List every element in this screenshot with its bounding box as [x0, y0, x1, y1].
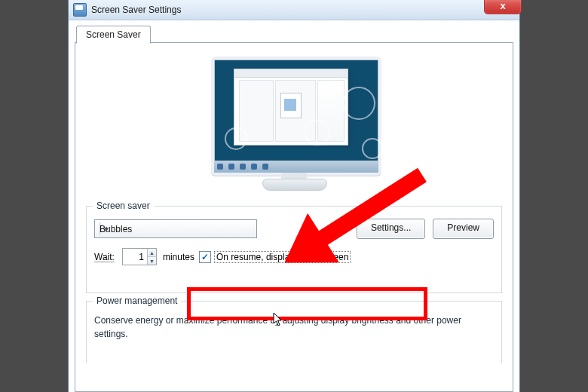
spin-down-icon[interactable]: ▼ — [148, 257, 156, 265]
screensaver-combo-value: Bubbles — [100, 224, 132, 234]
spin-up-icon[interactable]: ▲ — [148, 249, 156, 257]
power-description: Conserve energy or maximize performance … — [94, 314, 494, 341]
close-icon: x — [500, 0, 505, 11]
resume-label: On resume, display logon screen — [214, 251, 351, 263]
wait-unit: minutes — [163, 252, 194, 262]
title-bar: Screen Saver Settings x — [69, 0, 519, 20]
preview-button[interactable]: Preview — [433, 219, 494, 239]
power-group-caption: Power management — [93, 296, 181, 306]
wait-spinner[interactable]: ▲ ▼ — [122, 248, 157, 265]
power-management-group: Power management Conserve energy or maxi… — [86, 301, 502, 363]
wait-input[interactable] — [123, 249, 147, 265]
client-area: Screen Saver — [75, 26, 513, 392]
settings-button[interactable]: Settings... — [357, 219, 425, 239]
tab-screen-saver[interactable]: Screen Saver — [76, 26, 151, 44]
window-title: Screen Saver Settings — [91, 5, 181, 15]
screensaver-group-caption: Screen saver — [93, 201, 154, 211]
screensaver-combo[interactable]: Bubbles ▾ — [94, 219, 257, 238]
tab-strip: Screen Saver — [75, 26, 513, 44]
screensaver-preview — [207, 57, 381, 192]
wait-label: Wait: — [94, 252, 115, 262]
monitor-icon — [211, 57, 381, 176]
window-icon — [73, 3, 87, 17]
tab-page: Screen saver Bubbles ▾ Settings... Previ… — [75, 42, 513, 392]
resume-checkbox[interactable]: ✓ — [199, 251, 211, 263]
screensaver-settings-window: Screen Saver Settings x Screen Saver — [68, 0, 520, 392]
close-button[interactable]: x — [484, 0, 522, 14]
screensaver-group: Screen saver Bubbles ▾ Settings... Previ… — [86, 206, 502, 293]
